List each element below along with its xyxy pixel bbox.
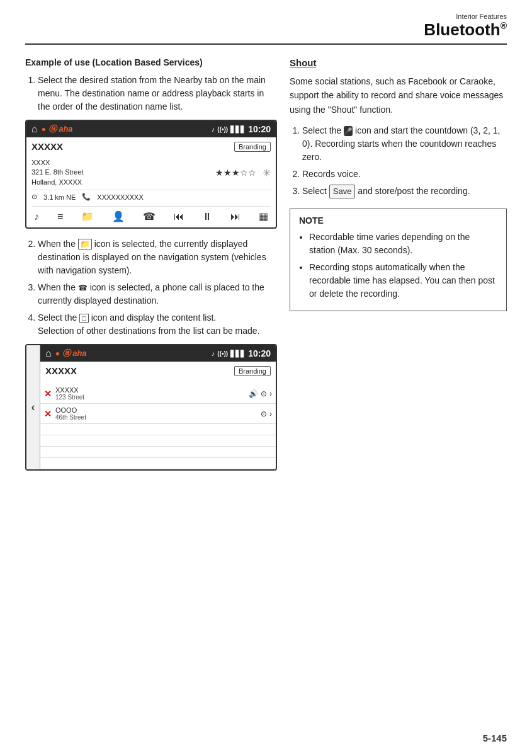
microphone-icon: 🎤: [344, 126, 353, 136]
chevron-right-2: ›: [269, 410, 272, 418]
device-title-row: XXXXX Branding: [31, 141, 271, 152]
shout-description: Some social stations, such as Facebook o…: [290, 74, 507, 117]
circle-icon-1: ⊙: [261, 389, 267, 398]
shout-step-1: Select the 🎤 icon and start the countdow…: [302, 124, 507, 164]
item-sub-1: 123 Street: [55, 394, 249, 401]
device2-status-icons: ♪ ((•)) ▋▋▋ 10:20: [212, 348, 271, 358]
device-phone: XXXXXXXXXX: [97, 193, 143, 201]
signal-bars: ▋▋▋: [230, 126, 246, 133]
note-item-1: Recordable time varies depending on the …: [309, 231, 497, 257]
list-ctrl-icon[interactable]: ≡: [57, 211, 63, 222]
shout-step-2: Records voice.: [302, 168, 507, 181]
header-main-title: Bluetooth®: [25, 20, 507, 40]
device-location-row: ⊙ 3.1 km NE 📞 XXXXXXXXXX: [31, 190, 271, 203]
wifi-icon: ((•)): [217, 126, 228, 133]
eq-ctrl-icon[interactable]: ▦: [259, 210, 268, 222]
device2-title: XXXXX: [45, 365, 77, 376]
branding-button: Branding: [234, 142, 271, 152]
prev-ctrl-icon[interactable]: ⏮: [174, 211, 184, 222]
home-icon: ⌂: [31, 123, 38, 135]
empty-row-3: [40, 447, 276, 458]
device-stars: ★★★☆☆: [215, 168, 256, 178]
page: Interior Features Bluetooth® Example of …: [0, 0, 532, 756]
location-icon: ⊙: [31, 193, 37, 201]
list-item-1: ✕ XXXXX 123 Street 🔊 ⊙ ›: [40, 384, 276, 404]
item-name-2: OOOO: [55, 406, 261, 414]
phone-icon: 📞: [82, 193, 91, 201]
shout-step-3: Select Save and store/post the recording…: [302, 185, 507, 198]
device-controls: ♪ ≡ 📁 👤 ☎ ⏮ ⏸ ⏭ ▦: [31, 206, 271, 224]
loading-spinner: ✳: [263, 167, 271, 179]
content-list-icon: □: [79, 314, 89, 323]
device-mockup-2: ‹ ⌂ ● ⓐ aha ♪ ((•)) ▋▋▋ 10:20: [25, 344, 277, 471]
wifi-icon-2: ((•)): [217, 350, 228, 357]
device2-time: 10:20: [248, 348, 271, 358]
save-button-inline: Save: [329, 185, 356, 198]
section-heading: Example of use (Location Based Services): [25, 57, 277, 67]
phone-ctrl-icon[interactable]: ☎: [143, 210, 156, 222]
folder-icon: 📁: [78, 239, 92, 249]
device-distance: 3.1 km NE: [43, 193, 76, 201]
device-info-address: 321 E. 8th Street: [31, 168, 215, 177]
back-arrow[interactable]: ‹: [26, 345, 40, 469]
device-title: XXXXX: [31, 141, 63, 152]
page-number: 5-145: [483, 733, 507, 743]
item-text-2: OOOO 46th Street: [55, 406, 261, 421]
device-content-1: XXXXX Branding XXXX 321 E. 8th Street Ho…: [26, 137, 276, 227]
aha-logo-2: ● ⓐ aha: [55, 348, 87, 359]
list-item-2: ✕ OOOO 46th Street ⊙ ›: [40, 404, 276, 424]
steps-list-2: When the 📁 icon is selected, the current…: [25, 238, 277, 338]
right-column: Shout Some social stations, such as Face…: [290, 57, 507, 479]
steps-list: Select the desired station from the Near…: [25, 74, 277, 113]
shout-heading: Shout: [290, 57, 507, 68]
phone-small-icon: ☎: [78, 284, 88, 292]
content-columns: Example of use (Location Based Services)…: [25, 57, 507, 479]
shout-steps-list: Select the 🎤 icon and start the countdow…: [290, 124, 507, 198]
note-item-2: Recording stops automatically when the r…: [309, 261, 497, 301]
item-text-1: XXXXX 123 Street: [55, 386, 249, 401]
device-info-left: XXXX 321 E. 8th Street Holland, XXXXX: [31, 158, 215, 187]
item-name-1: XXXXX: [55, 386, 249, 394]
records-voice-text: Records voice.: [302, 169, 361, 179]
list-item: When the ☎ icon is selected, a phone cal…: [38, 281, 277, 307]
device2-title-row: XXXXX Branding: [45, 365, 271, 376]
device-info-name: XXXX: [31, 158, 215, 168]
list-item: Select the □ icon and display the conten…: [38, 311, 277, 338]
header-sub-title: Interior Features: [25, 13, 507, 20]
music-icon-2: ♪: [212, 350, 215, 357]
device-header-1: ⌂ ● ⓐ aha ♪ ((•)) ▋▋▋ 10:20: [26, 121, 276, 137]
chevron-right-1: ›: [269, 389, 272, 398]
note-title: NOTE: [299, 215, 497, 226]
circle-icon-2: ⊙: [261, 410, 267, 418]
folder-ctrl-icon[interactable]: 📁: [81, 210, 94, 222]
list-item: When the 📁 icon is selected, the current…: [38, 238, 277, 277]
device-info-row: XXXX 321 E. 8th Street Holland, XXXXX ★★…: [31, 156, 271, 190]
device-right-area: ⌂ ● ⓐ aha ♪ ((•)) ▋▋▋ 10:20: [40, 345, 276, 469]
item-icons-1: 🔊 ⊙ ›: [249, 389, 272, 398]
empty-row-4: [40, 458, 276, 469]
next-ctrl-icon[interactable]: ⏭: [230, 211, 241, 222]
empty-row-1: [40, 424, 276, 435]
volume-icon: 🔊: [249, 389, 258, 398]
device2-header: ⌂ ● ⓐ aha ♪ ((•)) ▋▋▋ 10:20: [40, 345, 276, 362]
aha-logo: ● ⓐ aha: [42, 123, 73, 135]
left-column: Example of use (Location Based Services)…: [25, 57, 277, 479]
x-icon-1: ✕: [44, 389, 52, 399]
item-icons-2: ⊙ ›: [261, 410, 272, 418]
device-mockup-1: ⌂ ● ⓐ aha ♪ ((•)) ▋▋▋ 10:20 XXXXX: [25, 120, 277, 229]
page-header: Interior Features Bluetooth®: [25, 13, 507, 45]
device2-content: XXXXX Branding: [40, 362, 276, 384]
device-info-city: Holland, XXXXX: [31, 178, 215, 187]
item-sub-2: 46th Street: [55, 414, 261, 421]
empty-row-2: [40, 435, 276, 447]
list-item: Select the desired station from the Near…: [38, 74, 277, 113]
signal-bars-2: ▋▋▋: [230, 350, 246, 357]
pause-ctrl-icon[interactable]: ⏸: [202, 211, 212, 222]
note-list: Recordable time varies depending on the …: [299, 231, 497, 301]
music-ctrl-icon[interactable]: ♪: [34, 211, 39, 222]
person-ctrl-icon[interactable]: 👤: [112, 210, 125, 222]
home-icon-2: ⌂: [45, 348, 52, 359]
device-status-icons: ♪ ((•)) ▋▋▋ 10:20: [212, 124, 271, 134]
note-box: NOTE Recordable time varies depending on…: [290, 209, 507, 311]
device2-branding: Branding: [234, 366, 271, 376]
